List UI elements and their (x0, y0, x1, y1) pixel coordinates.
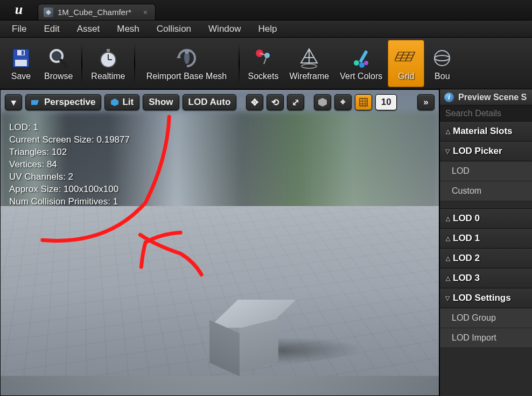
section-lod1[interactable]: ▷ LOD 1 (440, 229, 532, 249)
chevron-down-icon: ▾ (11, 97, 16, 108)
preview-scene-tab[interactable]: i Preview Scene S (440, 89, 532, 105)
menu-collision[interactable]: Collision (148, 21, 200, 37)
svg-point-26 (364, 61, 368, 65)
snap-icon: ⌖ (340, 97, 346, 108)
expand-toolbar-button[interactable]: » (417, 94, 435, 110)
triangle-right-icon: ▷ (444, 216, 451, 221)
lod-dropdown[interactable]: LOD Auto (183, 94, 237, 110)
section-lod-picker-label: LOD Picker (453, 146, 502, 157)
section-lod2-label: LOD 2 (453, 253, 480, 264)
ue-logo: u (0, 0, 38, 20)
section-lod-settings[interactable]: ▽ LOD Settings (440, 288, 532, 308)
stat-screen-size: Current Screen Size: 0.19877 (9, 133, 130, 146)
stat-lod: LOD: 1 (9, 121, 130, 133)
grid-icon (394, 46, 418, 70)
wireframe-label: Wireframe (289, 72, 329, 81)
svg-marker-0 (46, 10, 51, 15)
stat-uv-channels: UV Channels: 2 (9, 171, 130, 183)
move-tool-button[interactable]: ✥ (246, 94, 263, 110)
realtime-button[interactable]: Realtime (86, 40, 130, 87)
menu-edit[interactable]: Edit (35, 21, 68, 37)
rotate-tool-button[interactable]: ⟲ (267, 94, 284, 110)
stat-approx-size: Approx Size: 100x100x100 (9, 183, 130, 195)
section-lod0-label: LOD 0 (453, 213, 480, 224)
spacer (440, 201, 532, 209)
menu-file[interactable]: File (3, 21, 35, 37)
reimport-label: Reimport Base Mesh (146, 72, 227, 81)
triangle-right-icon: ▷ (444, 236, 451, 241)
grid-button[interactable]: Grid (388, 40, 424, 87)
menu-asset[interactable]: Asset (68, 21, 109, 37)
stopwatch-icon (96, 46, 121, 70)
section-lod1-label: LOD 1 (453, 233, 480, 244)
bounds-button[interactable]: Bou (424, 40, 454, 87)
move-icon: ✥ (251, 97, 258, 108)
camera-speed-button[interactable] (314, 94, 331, 110)
viewport-controls: ▾ Perspective Lit Show LOD Auto ✥ ⟲ (5, 94, 435, 110)
realtime-label: Realtime (91, 72, 125, 81)
vert-colors-button[interactable]: Vert Colors (334, 40, 388, 87)
section-material-slots-label: Material Slots (453, 126, 513, 137)
stat-triangles: Triangles: 102 (9, 146, 130, 158)
lit-label: Lit (122, 97, 134, 108)
main-area: ▾ Perspective Lit Show LOD Auto ✥ ⟲ (0, 89, 532, 396)
triangle-right-icon: ▷ (444, 276, 451, 280)
vertcolors-label: Vert Colors (340, 72, 382, 81)
lod-picker-custom-row[interactable]: Custom (440, 181, 532, 201)
svg-rect-37 (360, 98, 367, 106)
scale-tool-button[interactable]: ⤢ (287, 94, 304, 110)
svg-line-29 (405, 52, 410, 61)
triangle-down-icon: ▽ (445, 148, 450, 155)
svg-point-33 (435, 55, 450, 61)
close-icon[interactable]: × (143, 8, 148, 17)
section-material-slots[interactable]: ▷ Material Slots (440, 122, 532, 142)
reimport-icon (174, 46, 199, 70)
svg-rect-2 (15, 60, 27, 66)
lod-picker-lod-row[interactable]: LOD (440, 161, 532, 181)
save-button[interactable]: Save (3, 40, 39, 87)
document-tab[interactable]: 1M_Cube_Chamfer* × (38, 4, 156, 20)
svg-rect-34 (31, 100, 39, 105)
browse-label: Browse (44, 72, 73, 81)
menu-help[interactable]: Help (250, 21, 286, 37)
reimport-button[interactable]: Reimport Base Mesh (138, 40, 235, 87)
triangle-down-icon: ▽ (445, 295, 450, 302)
svg-point-24 (354, 60, 359, 66)
show-dropdown[interactable]: Show (143, 94, 179, 110)
svg-line-28 (400, 52, 404, 61)
section-lod-settings-label: LOD Settings (453, 293, 511, 303)
menubar: File Edit Asset Mesh Collision Window He… (0, 20, 532, 38)
browse-button[interactable]: Browse (39, 40, 78, 87)
wireframe-button[interactable]: Wireframe (284, 40, 334, 87)
snap-toggle-button[interactable]: ⌖ (334, 94, 352, 110)
search-details-input[interactable] (440, 105, 532, 122)
section-lod2[interactable]: ▷ LOD 2 (440, 249, 532, 268)
section-lod3[interactable]: ▷ LOD 3 (440, 268, 532, 288)
info-icon: i (444, 93, 454, 102)
toolbar: Save Browse Realtime (0, 38, 532, 89)
grid-snap-value[interactable]: 10 (375, 94, 397, 110)
lod-import-row[interactable]: LOD Import (440, 328, 532, 348)
perspective-dropdown[interactable]: Perspective (25, 94, 101, 110)
grid-snap-button[interactable] (355, 94, 372, 110)
triangle-right-icon: ▷ (444, 256, 451, 260)
menu-window[interactable]: Window (200, 21, 249, 37)
section-lod0[interactable]: ▷ LOD 0 (440, 209, 532, 229)
svg-rect-9 (107, 49, 110, 52)
svg-line-7 (61, 60, 67, 66)
svg-point-32 (435, 51, 450, 66)
grid-label: Grid (398, 72, 414, 81)
tab-title: 1M_Cube_Chamfer* (58, 8, 131, 17)
viewport[interactable]: ▾ Perspective Lit Show LOD Auto ✥ ⟲ (0, 89, 439, 396)
sockets-button[interactable]: Sockets (243, 40, 284, 87)
titlebar: u 1M_Cube_Chamfer* × (0, 0, 532, 20)
menu-mesh[interactable]: Mesh (108, 21, 148, 37)
svg-point-14 (185, 49, 189, 54)
lit-dropdown[interactable]: Lit (104, 94, 139, 110)
chevron-right-icon: » (423, 97, 428, 108)
section-lod-picker[interactable]: ▽ LOD Picker (440, 142, 532, 161)
lod-group-row[interactable]: LOD Group (440, 308, 532, 328)
svg-point-25 (359, 62, 365, 68)
viewport-options-dropdown[interactable]: ▾ (5, 94, 22, 110)
snap-value: 10 (381, 97, 391, 108)
